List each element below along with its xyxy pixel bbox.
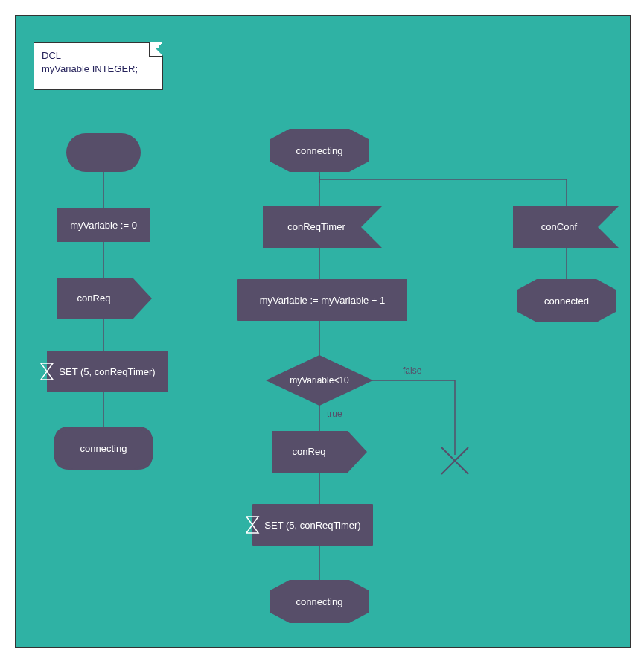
- state-label: connected: [544, 296, 589, 307]
- state-connecting-top: connecting: [270, 129, 369, 172]
- note-line1: DCL: [42, 49, 155, 63]
- task-label: SET (5, conReqTimer): [59, 366, 155, 377]
- diagram-canvas: DCL myVariable INTEGER; myVariable := 0 …: [0, 0, 644, 661]
- output-label: conReq: [293, 446, 326, 457]
- hourglass-icon: [246, 516, 261, 534]
- input-conreqtimer: conReqTimer: [263, 206, 382, 248]
- output-conreq-1: conReq: [57, 278, 153, 319]
- diagram-frame: DCL myVariable INTEGER; myVariable := 0 …: [15, 15, 631, 648]
- svg-marker-16: [246, 517, 258, 533]
- task-increment: myVariable := myVariable + 1: [237, 279, 407, 321]
- input-conconf: conConf: [513, 206, 619, 248]
- svg-line-8: [441, 447, 468, 474]
- start-symbol: [66, 133, 141, 172]
- task-init-variable: myVariable := 0: [57, 208, 150, 242]
- state-connected: connected: [517, 279, 616, 322]
- note-line2: myVariable INTEGER;: [42, 63, 155, 76]
- state-label: connecting: [296, 596, 343, 607]
- svg-line-7: [441, 447, 468, 474]
- state-label: connecting: [296, 145, 343, 156]
- task-set-timer-2: SET (5, conReqTimer): [252, 504, 373, 546]
- task-set-timer-1: SET (5, conReqTimer): [47, 351, 168, 392]
- svg-marker-10: [41, 363, 53, 380]
- decision-label: myVariable<10: [290, 375, 349, 386]
- task-label: myVariable := 0: [70, 220, 137, 231]
- false-label: false: [403, 365, 421, 376]
- true-label: true: [327, 409, 342, 419]
- input-label: conReqTimer: [287, 221, 345, 232]
- input-label: conConf: [541, 221, 578, 232]
- decision-myvariable: myVariable<10: [266, 355, 373, 406]
- output-label: conReq: [77, 293, 111, 304]
- output-conreq-2: conReq: [272, 431, 369, 473]
- task-label: myVariable := myVariable + 1: [260, 295, 386, 306]
- declaration-note: DCL myVariable INTEGER;: [34, 42, 163, 90]
- state-connecting-1: connecting: [54, 427, 153, 470]
- connectors: [16, 16, 630, 647]
- hourglass-icon: [40, 363, 55, 380]
- state-label: connecting: [80, 443, 127, 454]
- state-connecting-bottom: connecting: [270, 580, 369, 623]
- task-label: SET (5, conReqTimer): [264, 520, 360, 531]
